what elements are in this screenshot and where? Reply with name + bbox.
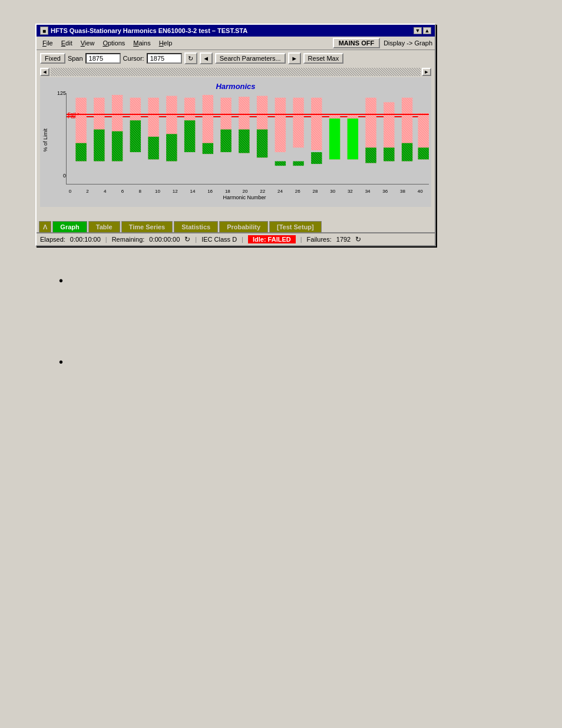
x-tick-38: 38 bbox=[394, 189, 412, 194]
scroll-right-btn[interactable]: ► bbox=[422, 68, 431, 76]
x-tick-26: 26 bbox=[289, 189, 306, 194]
scrollbar-row: ◄ ► bbox=[37, 67, 435, 77]
bar-10-green bbox=[239, 130, 249, 153]
separator-2: | bbox=[195, 236, 197, 243]
reset-max-button[interactable]: Reset Max bbox=[303, 53, 344, 64]
x-tick-2: 2 bbox=[79, 189, 97, 194]
menu-edit[interactable]: Edit bbox=[58, 38, 76, 48]
fail-label-overlay: Fail > bbox=[68, 111, 80, 117]
bar-13-green bbox=[293, 162, 303, 166]
x-tick-20: 20 bbox=[236, 189, 254, 194]
bar-2-green bbox=[94, 130, 104, 162]
content-below: • • bbox=[35, 246, 527, 397]
cursor-input[interactable] bbox=[147, 53, 182, 64]
x-axis-title: Harmonic Number bbox=[42, 195, 429, 200]
bullet-item-2: • bbox=[59, 357, 503, 368]
refresh-icon[interactable]: ↻ bbox=[184, 52, 197, 64]
menu-view[interactable]: View bbox=[77, 38, 98, 48]
x-tick-24: 24 bbox=[272, 189, 289, 194]
fixed-button[interactable]: Fixed bbox=[40, 53, 65, 64]
remaining-refresh-icon[interactable]: ↻ bbox=[184, 235, 190, 243]
x-tick-34: 34 bbox=[359, 189, 376, 194]
span-input[interactable] bbox=[85, 53, 121, 64]
x-tick-18: 18 bbox=[219, 189, 236, 194]
tab-graph[interactable]: Graph bbox=[52, 221, 87, 232]
y-axis-label: % of Limit bbox=[42, 129, 48, 152]
scroll-track[interactable] bbox=[51, 68, 421, 76]
bar-14-pink bbox=[311, 98, 322, 150]
tab-timeseries[interactable]: Time Series bbox=[121, 221, 173, 232]
chart-title: Harmonics bbox=[42, 82, 429, 91]
menu-bar: File Edit View Options Mains Help MAINS … bbox=[37, 37, 435, 50]
resize-btn[interactable]: ▲ bbox=[423, 27, 431, 34]
tab-statistics[interactable]: Statistics bbox=[174, 221, 218, 232]
chart-spacer bbox=[37, 207, 435, 219]
bar-4-green bbox=[130, 120, 141, 152]
bar-14-green bbox=[311, 152, 322, 164]
separator-4: | bbox=[300, 236, 302, 243]
x-tick-30: 30 bbox=[324, 189, 342, 194]
title-bar: ■ HFTS Quasi-Stationary Harmonics EN6100… bbox=[37, 25, 435, 37]
tab-testsetup[interactable]: [Test Setup] bbox=[269, 221, 322, 232]
x-tick-22: 22 bbox=[254, 189, 272, 194]
y-axis-ticks: 125 0 bbox=[49, 90, 66, 179]
bar-8-green bbox=[203, 143, 213, 154]
x-tick-40: 40 bbox=[411, 189, 429, 194]
failures-label: Failures: bbox=[307, 236, 332, 243]
bar-17-green bbox=[365, 147, 376, 163]
scroll-left-btn[interactable]: ◄ bbox=[40, 68, 49, 76]
dropdown-btn[interactable]: ▼ bbox=[414, 27, 422, 34]
left-arrow-icon[interactable]: ◄ bbox=[200, 52, 213, 64]
x-tick-32: 32 bbox=[342, 189, 359, 194]
bullet-item-1: • bbox=[59, 276, 503, 286]
fail-line-overlay bbox=[67, 114, 429, 115]
bar-3-green bbox=[112, 131, 123, 162]
cursor-label: Cursor: bbox=[123, 55, 144, 62]
main-window: ■ HFTS Quasi-Stationary Harmonics EN6100… bbox=[35, 24, 436, 246]
x-tick-8: 8 bbox=[131, 189, 149, 194]
bar-1-green bbox=[75, 143, 86, 162]
toolbar: Fixed Span Cursor: ↻ ◄ Search Parameters… bbox=[37, 50, 435, 67]
failures-refresh-icon[interactable]: ↻ bbox=[355, 235, 361, 243]
x-axis-labels: 0 2 4 6 8 10 12 14 16 18 20 22 24 26 28 … bbox=[42, 189, 429, 194]
chart-plot: Fail > bbox=[66, 93, 429, 185]
x-tick-28: 28 bbox=[306, 189, 324, 194]
bar-7-green bbox=[184, 120, 195, 152]
mains-off-button[interactable]: MAINS OFF bbox=[333, 38, 381, 48]
tab-lambda[interactable]: Λ bbox=[39, 221, 51, 232]
search-parameters-button[interactable]: Search Parameters... bbox=[215, 53, 286, 64]
x-tick-16: 16 bbox=[201, 189, 219, 194]
status-bar: Elapsed: 0:00:10:00 | Remaining: 0:00:00… bbox=[37, 232, 435, 245]
x-tick-4: 4 bbox=[96, 189, 114, 194]
right-arrow-icon[interactable]: ► bbox=[288, 52, 301, 64]
separator-1: | bbox=[105, 236, 107, 243]
bar-9-green bbox=[220, 130, 231, 153]
class-label: IEC Class D bbox=[201, 236, 237, 243]
menu-help[interactable]: Help bbox=[156, 38, 176, 48]
bar-12-green bbox=[275, 162, 286, 166]
x-tick-0: 0 bbox=[61, 189, 79, 194]
menu-mains[interactable]: Mains bbox=[130, 38, 154, 48]
tabs-row: Λ Graph Table Time Series Statistics Pro… bbox=[37, 221, 435, 232]
bar-5-green bbox=[148, 137, 158, 159]
bar-15-green bbox=[329, 118, 340, 159]
tab-probability[interactable]: Probability bbox=[219, 221, 268, 232]
separator-3: | bbox=[242, 236, 243, 243]
bullet-dot-1: • bbox=[59, 275, 63, 286]
spacer-1 bbox=[59, 304, 503, 340]
menu-options[interactable]: Options bbox=[99, 38, 128, 48]
display-graph-label: Display -> Graph bbox=[384, 39, 432, 47]
bar-20-green bbox=[418, 147, 429, 159]
bar-13-pink bbox=[293, 98, 303, 148]
x-tick-12: 12 bbox=[166, 189, 184, 194]
remaining-value: 0:00:00:00 bbox=[149, 236, 180, 243]
elapsed-label: Elapsed: bbox=[40, 236, 65, 243]
menu-file[interactable]: File bbox=[39, 38, 57, 48]
failures-value: 1792 bbox=[336, 236, 351, 243]
tab-table[interactable]: Table bbox=[88, 221, 120, 232]
x-tick-36: 36 bbox=[376, 189, 394, 194]
bar-6-green bbox=[166, 134, 177, 161]
span-label: Span bbox=[68, 55, 83, 62]
bar-19-green bbox=[402, 143, 412, 162]
chart-area: Harmonics % of Limit 125 0 Fail > bbox=[40, 77, 431, 207]
